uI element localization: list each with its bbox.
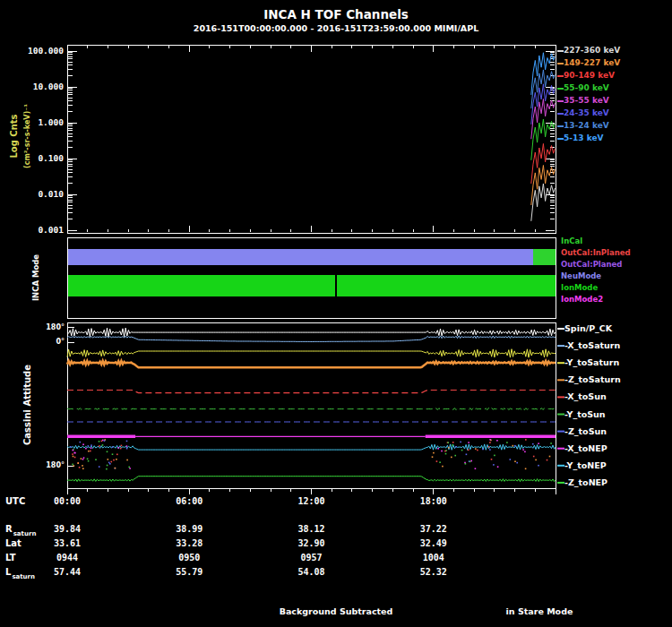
attitude-legend-item: Spin/P_CK (564, 323, 612, 333)
attitude-speckle (442, 466, 444, 468)
top-ytick-label: 0.100 (0, 153, 64, 163)
attitude-speckle (451, 457, 452, 459)
ephemeris-value: 52.32 (420, 567, 447, 577)
top-ytick-label: 1.000 (0, 117, 64, 127)
attitude-ytick-label: 0° (0, 338, 65, 346)
attitude-speckle (510, 459, 512, 460)
attitude-speckle (461, 450, 463, 451)
plot-canvas (0, 0, 672, 627)
attitude-speckle (111, 461, 113, 463)
top-legend-item: 90-149 keV (564, 71, 615, 80)
attitude-line (67, 391, 556, 393)
attitude-speckle (102, 440, 104, 442)
attitude-speckle (454, 455, 456, 457)
attitude-legend-item: -Y_toSaturn (564, 357, 619, 367)
ephemeris-value: 1004 (423, 553, 444, 563)
top-ytick-label: 10.000 (0, 82, 64, 91)
attitude-speckle (452, 444, 453, 446)
attitude-speckle (99, 441, 100, 442)
attitude-speckle (73, 452, 75, 454)
ephemeris-label-l-saturn: Lsaturn (5, 567, 35, 577)
ephemeris-value: 32.49 (420, 538, 447, 548)
attitude-legend-item: -Z_toSaturn (564, 374, 621, 384)
attitude-speckle (82, 465, 83, 467)
attitude-speckle (497, 466, 499, 468)
attitude-legend-item: -X_toSun (564, 391, 607, 401)
attitude-speckle (538, 442, 539, 444)
mode-panel-ylabel: INCA Mode (31, 254, 40, 301)
ephemeris-label-lt: LT (5, 553, 16, 563)
attitude-speckle (126, 448, 128, 450)
attitude-legend-item: -Z_toNEP (564, 477, 607, 487)
attitude-speckle (525, 468, 527, 470)
attitude-speckle (468, 450, 470, 451)
footer-note-background-subtracted: Background Subtracted (280, 606, 393, 616)
ephemeris-value: 57.44 (54, 567, 81, 577)
mode-legend-item: OutCal:InPlaned (561, 248, 631, 257)
attitude-speckle (493, 464, 495, 466)
utc-tick-label: 06:00 (176, 496, 202, 506)
attitude-speckle (547, 460, 548, 461)
attitude-line (67, 328, 556, 337)
attitude-speckle (468, 442, 470, 443)
attitude-speckle (108, 462, 110, 464)
attitude-speckle (104, 440, 106, 442)
attitude-ytick-label: 180° (0, 323, 65, 331)
attitude-speckle (489, 439, 491, 441)
attitude-speckle (83, 457, 85, 459)
ephemeris-value: 32.90 (297, 538, 324, 548)
attitude-speckle (73, 456, 74, 458)
attitude-speckle (70, 446, 72, 448)
attitude-speckle (101, 441, 103, 442)
attitude-speckle (470, 460, 472, 462)
attitude-speckle (85, 448, 87, 450)
utc-axis-label: UTC (5, 496, 25, 506)
top-legend-item: 55-90 keV (564, 83, 609, 92)
mode-legend-item: NeuMode (561, 271, 601, 280)
attitude-speckle (496, 440, 498, 442)
top-panel-frame (67, 45, 556, 233)
top-legend-item: 24-35 keV (564, 108, 609, 117)
attitude-speckle (87, 459, 89, 460)
attitude-speckle (107, 451, 108, 453)
ephemeris-value: 37.22 (420, 524, 447, 534)
attitude-speckle (525, 439, 527, 441)
attitude-speckle (99, 466, 100, 468)
top-legend-item: 35-55 keV (564, 96, 609, 105)
top-legend-item: 13-24 keV (564, 121, 609, 130)
attitude-speckle (129, 468, 131, 469)
attitude-speckle (116, 454, 118, 456)
attitude-speckle (128, 467, 130, 468)
mode-legend-item: IonMode2 (561, 295, 603, 304)
footer-note-stare-mode: in Stare Mode (506, 606, 573, 616)
attitude-legend-item: -Z_toSun (564, 426, 607, 436)
ephemeris-value: 38.99 (176, 524, 202, 534)
mode-legend-item: OutCal:Planed (561, 260, 622, 269)
attitude-speckle (550, 442, 552, 444)
utc-tick-label: 12:00 (297, 496, 324, 506)
ephemeris-value: 55.79 (176, 567, 202, 577)
time-range-subtitle: 2016-151T00:00:00.000 - 2016-151T23:59:0… (0, 23, 672, 33)
attitude-speckle (126, 441, 128, 442)
attitude-speckle (538, 465, 539, 467)
attitude-speckle (82, 468, 84, 469)
attitude-speckle (82, 443, 84, 445)
attitude-speckle (88, 451, 90, 452)
attitude-speckle (72, 464, 73, 466)
attitude-speckle (113, 460, 115, 461)
attitude-line (67, 336, 556, 342)
attitude-speckle (126, 460, 128, 461)
page-title: INCA H TOF Channels (0, 7, 672, 21)
attitude-line (67, 349, 556, 357)
attitude-speckle (82, 459, 84, 460)
ephemeris-label-r-saturn: Rsaturn (5, 524, 36, 534)
attitude-speckle (466, 454, 468, 456)
attitude-speckle (116, 459, 117, 460)
attitude-line (67, 477, 556, 482)
ephemeris-value: 0950 (178, 553, 200, 563)
attitude-speckle (516, 462, 518, 464)
ephemeris-label-lat: Lat (5, 538, 22, 548)
attitude-speckle (477, 450, 478, 451)
attitude-speckle (99, 445, 100, 447)
attitude-speckle (441, 451, 443, 452)
